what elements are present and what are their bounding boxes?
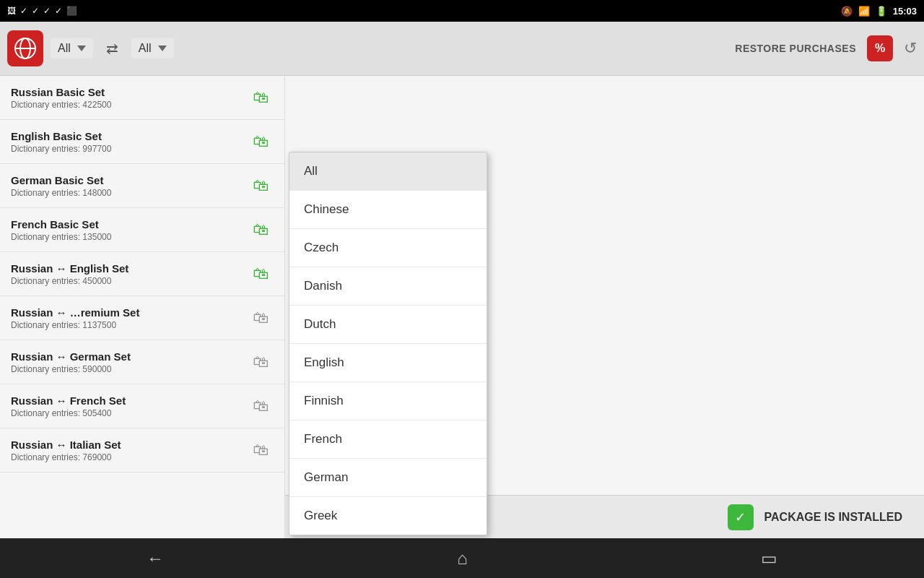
- check-icon-2: ✓: [32, 6, 39, 16]
- main-content: Russian Basic Set Dictionary entries: 42…: [0, 76, 924, 538]
- dropdown-item-chinese[interactable]: Chinese: [289, 191, 487, 229]
- check-icon-4: ✓: [55, 6, 62, 16]
- list-item[interactable]: Russian ↔ German Set Dictionary entries:…: [0, 340, 284, 384]
- back-button[interactable]: ←: [125, 541, 186, 576]
- refresh-button[interactable]: ↺: [904, 39, 917, 58]
- item-title: German Basic Set: [11, 174, 248, 186]
- list-item[interactable]: Russian Basic Set Dictionary entries: 42…: [0, 76, 284, 120]
- list-item[interactable]: French Basic Set Dictionary entries: 135…: [0, 208, 284, 252]
- list-item[interactable]: English Basic Set Dictionary entries: 99…: [0, 120, 284, 164]
- item-title: Russian ↔ Italian Set: [11, 439, 248, 451]
- right-dropdown-arrow: [158, 46, 167, 51]
- list-item[interactable]: Russian ↔ …remium Set Dictionary entries…: [0, 296, 284, 340]
- dropdown-item-danish[interactable]: Danish: [289, 267, 487, 306]
- download-icon: 🛍: [248, 393, 274, 419]
- installed-icon: 🛍: [248, 129, 274, 155]
- item-subtitle: Dictionary entries: 450000: [11, 276, 248, 286]
- battery-icon: 🔋: [876, 6, 887, 17]
- list-item[interactable]: Russian ↔ French Set Dictionary entries:…: [0, 384, 284, 428]
- list-item[interactable]: Russian ↔ English Set Dictionary entries…: [0, 252, 284, 296]
- dropdown-item-german[interactable]: German: [289, 459, 487, 497]
- item-subtitle: Dictionary entries: 769000: [11, 452, 248, 462]
- package-installed-label: PACKAGE IS INSTALLED: [764, 511, 902, 524]
- status-bar-right: 🔕 📶 🔋 15:03: [841, 6, 917, 17]
- dropdown-item-finnish[interactable]: Finnish: [289, 382, 487, 420]
- item-subtitle: Dictionary entries: 135000: [11, 232, 248, 242]
- wifi-icon: 📶: [858, 6, 870, 17]
- status-bar: 🖼 ✓ ✓ ✓ ✓ ⬛ 🔕 📶 🔋 15:03: [0, 0, 924, 22]
- item-title: Russian ↔ …remium Set: [11, 306, 248, 319]
- item-subtitle: Dictionary entries: 590000: [11, 364, 248, 374]
- right-dropdown[interactable]: All: [131, 38, 174, 59]
- item-title: English Basic Set: [11, 130, 248, 142]
- status-icons: 🖼 ✓ ✓ ✓ ✓ ⬛: [7, 6, 77, 16]
- item-title: Russian ↔ English Set: [11, 262, 248, 275]
- item-subtitle: Dictionary entries: 422500: [11, 100, 248, 110]
- left-dropdown[interactable]: All: [51, 38, 93, 59]
- toolbar: All ⇄ All RESTORE PURCHASES % ↺: [0, 22, 924, 76]
- dropdown-item-all[interactable]: All: [289, 152, 487, 191]
- dropdown-item-english[interactable]: English: [289, 344, 487, 382]
- bottom-nav: ← ⌂ ▭: [0, 538, 924, 578]
- toolbar-right: RESTORE PURCHASES % ↺: [735, 35, 917, 61]
- clock: 15:03: [893, 6, 917, 17]
- left-dropdown-label: All: [58, 42, 71, 55]
- item-title: Russian ↔ French Set: [11, 394, 248, 407]
- list-item[interactable]: German Basic Set Dictionary entries: 148…: [0, 164, 284, 208]
- download-icon: 🛍: [248, 437, 274, 463]
- installed-icon: 🛍: [248, 261, 274, 287]
- item-title: French Basic Set: [11, 218, 248, 230]
- recent-button[interactable]: ▭: [739, 541, 799, 576]
- item-subtitle: Dictionary entries: 1137500: [11, 320, 248, 330]
- dropdown-item-czech[interactable]: Czech: [289, 229, 487, 267]
- dropdown-item-french[interactable]: French: [289, 420, 487, 459]
- app-icon: [7, 30, 43, 66]
- list-item[interactable]: Russian ↔ Italian Set Dictionary entries…: [0, 428, 284, 473]
- check-icon-3: ✓: [43, 6, 51, 16]
- dropdown-item-greek[interactable]: Greek: [289, 497, 487, 535]
- item-subtitle: Dictionary entries: 148000: [11, 188, 248, 198]
- installed-check-icon: ✓: [728, 504, 754, 530]
- item-subtitle: Dictionary entries: 997700: [11, 144, 248, 154]
- left-dropdown-arrow: [77, 46, 86, 51]
- restore-purchases-button[interactable]: RESTORE PURCHASES: [735, 43, 856, 54]
- installed-icon: 🛍: [248, 173, 274, 199]
- home-button[interactable]: ⌂: [435, 541, 489, 576]
- mute-icon: 🔕: [841, 6, 853, 17]
- dropdown-item-dutch[interactable]: Dutch: [289, 306, 487, 344]
- item-subtitle: Dictionary entries: 505400: [11, 408, 248, 418]
- download-icon: ⬛: [66, 6, 77, 16]
- left-panel: Russian Basic Set Dictionary entries: 42…: [0, 76, 285, 538]
- download-icon: 🛍: [248, 305, 274, 331]
- transfer-icon: ⇄: [100, 40, 124, 57]
- notification-icon: 🖼: [7, 6, 16, 16]
- language-dropdown: All Chinese Czech Danish Dutch English F…: [289, 152, 487, 535]
- check-icon-1: ✓: [20, 6, 27, 16]
- item-title: Russian Basic Set: [11, 86, 248, 98]
- installed-icon: 🛍: [248, 85, 274, 111]
- download-icon: 🛍: [248, 349, 274, 375]
- item-title: Russian ↔ German Set: [11, 350, 248, 363]
- right-dropdown-label: All: [139, 42, 152, 55]
- installed-icon: 🛍: [248, 217, 274, 243]
- percent-icon-button[interactable]: %: [867, 35, 893, 61]
